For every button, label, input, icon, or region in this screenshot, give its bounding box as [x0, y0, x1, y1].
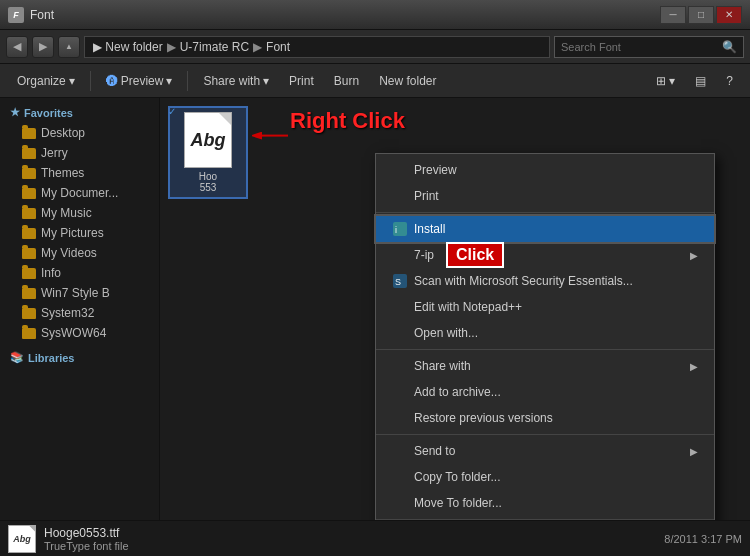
sidebar: ★ Favorites Desktop Jerry Themes My Docu…: [0, 98, 160, 520]
ctx-separator: [376, 434, 714, 435]
folder-icon: [22, 188, 36, 199]
path-segment: ▶ New folder: [93, 40, 163, 54]
font-file-icon[interactable]: ✓ Abg Hoo 553: [168, 106, 248, 199]
sidebar-item-syswow64[interactable]: SysWOW64: [0, 323, 159, 343]
submenu-arrow-icon: ▶: [690, 250, 698, 261]
favorites-header: ★ Favorites: [0, 102, 159, 123]
ctx-openwith[interactable]: Open with...: [376, 320, 714, 346]
archive-ctx-icon: [392, 384, 408, 400]
ctx-print[interactable]: Print: [376, 183, 714, 209]
context-menu: Preview Print i Install Click 7-ip: [375, 153, 715, 520]
folder-icon: [22, 168, 36, 179]
sidebar-item-themes[interactable]: Themes: [0, 163, 159, 183]
status-file-info: Hooge0553.ttf TrueType font file: [44, 526, 129, 552]
folder-icon: [22, 128, 36, 139]
folder-icon: [22, 148, 36, 159]
libraries-icon: 📚: [10, 351, 24, 364]
status-bar: Abg Hooge0553.ttf TrueType font file 8/2…: [0, 520, 750, 556]
address-path[interactable]: ▶ New folder ▶ U-7imate RC ▶ Font: [84, 36, 550, 58]
main-area: ★ Favorites Desktop Jerry Themes My Docu…: [0, 98, 750, 520]
ctx-7zip[interactable]: 7-ip ▶: [376, 242, 714, 268]
preview-ctx-icon: [392, 162, 408, 178]
ctx-restore[interactable]: Restore previous versions: [376, 405, 714, 431]
svg-text:S: S: [395, 277, 401, 287]
toolbar-separator: [187, 71, 188, 91]
star-icon: ★: [10, 106, 20, 119]
address-bar: ◀ ▶ ▲ ▶ New folder ▶ U-7imate RC ▶ Font …: [0, 30, 750, 64]
window-title: Font: [30, 8, 660, 22]
sidebar-item-mydocuments[interactable]: My Documer...: [0, 183, 159, 203]
sidebar-item-desktop[interactable]: Desktop: [0, 123, 159, 143]
ctx-copyfolder[interactable]: Copy To folder...: [376, 464, 714, 490]
sidebar-item-system32[interactable]: System32: [0, 303, 159, 323]
edit-ctx-icon: [392, 299, 408, 315]
folder-icon: [22, 268, 36, 279]
file-area: ✓ Abg Hoo 553 Right Click Pre: [160, 98, 750, 520]
7zip-ctx-icon: [392, 247, 408, 263]
folder-icon: [22, 288, 36, 299]
install-ctx-icon: i: [392, 221, 408, 237]
search-box[interactable]: 🔍: [554, 36, 744, 58]
back-button[interactable]: ◀: [6, 36, 28, 58]
preview-button[interactable]: 🅐 Preview ▾: [97, 70, 182, 92]
organize-button[interactable]: Organize ▾: [8, 70, 84, 92]
ctx-separator: [376, 519, 714, 520]
toolbar-separator: [90, 71, 91, 91]
ctx-sharewith[interactable]: Share with ▶: [376, 353, 714, 379]
ctx-edit[interactable]: Edit with Notepad++: [376, 294, 714, 320]
sidebar-item-mymusic[interactable]: My Music: [0, 203, 159, 223]
sidebar-item-info[interactable]: Info: [0, 263, 159, 283]
forward-button[interactable]: ▶: [32, 36, 54, 58]
ctx-sendto[interactable]: Send to ▶: [376, 438, 714, 464]
print-ctx-icon: [392, 188, 408, 204]
help-button[interactable]: ?: [717, 70, 742, 92]
sidebar-item-mypictures[interactable]: My Pictures: [0, 223, 159, 243]
minimize-button[interactable]: ─: [660, 6, 686, 24]
sendto-ctx-icon: [392, 443, 408, 459]
burn-button[interactable]: Burn: [325, 70, 368, 92]
view-toggle-button[interactable]: ⊞ ▾: [647, 70, 684, 92]
new-folder-button[interactable]: New folder: [370, 70, 445, 92]
sidebar-item-jerry[interactable]: Jerry: [0, 143, 159, 163]
ctx-separator: [376, 349, 714, 350]
folder-icon: [22, 308, 36, 319]
favorites-section: ★ Favorites Desktop Jerry Themes My Docu…: [0, 102, 159, 343]
up-button[interactable]: ▲: [58, 36, 80, 58]
status-filename: Hooge0553.ttf: [44, 526, 129, 540]
right-click-arrow: [252, 126, 292, 146]
share-ctx-icon: [392, 358, 408, 374]
ctx-scan[interactable]: S Scan with Microsoft Security Essential…: [376, 268, 714, 294]
right-click-annotation: Right Click: [290, 108, 405, 134]
libraries-header: 📚 Libraries: [0, 347, 159, 368]
path-segment: Font: [266, 40, 290, 54]
scan-ctx-icon: S: [392, 273, 408, 289]
ctx-addarchive[interactable]: Add to archive...: [376, 379, 714, 405]
app-icon: F: [8, 7, 24, 23]
print-button[interactable]: Print: [280, 70, 323, 92]
submenu-arrow-icon: ▶: [690, 446, 698, 457]
copyfolder-ctx-icon: [392, 469, 408, 485]
folder-icon: [22, 208, 36, 219]
status-filetype: TrueType font file: [44, 540, 129, 552]
movefolder-ctx-icon: [392, 495, 408, 511]
font-file-image: Abg: [184, 112, 232, 168]
sidebar-item-myvideos[interactable]: My Videos: [0, 243, 159, 263]
search-input[interactable]: [561, 41, 718, 53]
sidebar-item-win7style[interactable]: Win7 Style B: [0, 283, 159, 303]
font-preview-text: Abg: [191, 130, 226, 151]
ctx-movefolder[interactable]: Move To folder...: [376, 490, 714, 516]
close-button[interactable]: ✕: [716, 6, 742, 24]
ctx-preview[interactable]: Preview: [376, 157, 714, 183]
status-file-icon: Abg: [8, 525, 36, 553]
checkmark-icon: ✓: [168, 106, 176, 117]
ctx-install[interactable]: i Install Click: [376, 216, 714, 242]
window-controls: ─ □ ✕: [660, 6, 742, 24]
libraries-section: 📚 Libraries: [0, 347, 159, 368]
folder-icon: [22, 248, 36, 259]
share-with-button[interactable]: Share with ▾: [194, 70, 278, 92]
folder-icon: [22, 328, 36, 339]
path-segment: U-7imate RC: [180, 40, 249, 54]
details-button[interactable]: ▤: [686, 70, 715, 92]
maximize-button[interactable]: □: [688, 6, 714, 24]
svg-text:i: i: [395, 225, 397, 235]
